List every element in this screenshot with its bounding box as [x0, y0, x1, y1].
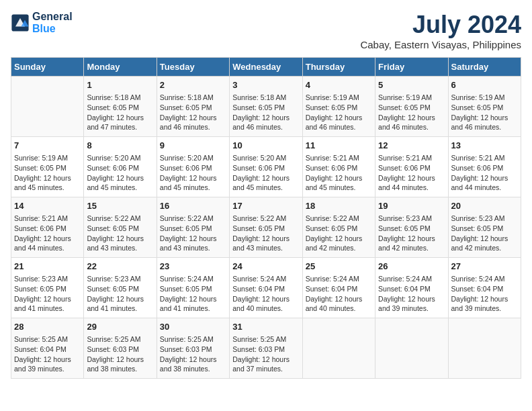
- calendar-cell: 27Sunrise: 5:24 AM Sunset: 6:04 PM Dayli…: [448, 258, 521, 318]
- page-subtitle: Cabay, Eastern Visayas, Philippines: [360, 39, 521, 50]
- day-info: Sunrise: 5:20 AM Sunset: 6:06 PM Dayligh…: [232, 153, 299, 193]
- calendar-cell: 20Sunrise: 5:23 AM Sunset: 6:05 PM Dayli…: [448, 197, 521, 258]
- calendar-cell: 18Sunrise: 5:22 AM Sunset: 6:05 PM Dayli…: [302, 197, 375, 258]
- day-number: 27: [451, 261, 518, 273]
- day-info: Sunrise: 5:20 AM Sunset: 6:06 PM Dayligh…: [160, 153, 226, 193]
- day-number: 1: [87, 79, 153, 91]
- day-number: 2: [160, 79, 226, 91]
- day-number: 20: [451, 200, 518, 212]
- day-info: Sunrise: 5:18 AM Sunset: 6:05 PM Dayligh…: [232, 93, 299, 132]
- calendar-cell: 8Sunrise: 5:20 AM Sunset: 6:06 PM Daylig…: [84, 137, 157, 197]
- logo-name: General Blue: [32, 11, 73, 35]
- header-day-sunday: Sunday: [11, 58, 84, 77]
- calendar-cell: 19Sunrise: 5:23 AM Sunset: 6:05 PM Dayli…: [375, 197, 448, 258]
- calendar-cell: 22Sunrise: 5:23 AM Sunset: 6:05 PM Dayli…: [84, 258, 157, 318]
- logo: General Blue: [11, 11, 73, 35]
- calendar-cell: 23Sunrise: 5:24 AM Sunset: 6:05 PM Dayli…: [157, 258, 229, 318]
- day-number: 13: [451, 140, 518, 152]
- day-info: Sunrise: 5:19 AM Sunset: 6:05 PM Dayligh…: [14, 153, 81, 193]
- day-info: Sunrise: 5:21 AM Sunset: 6:06 PM Dayligh…: [378, 153, 445, 193]
- header-day-saturday: Saturday: [448, 58, 521, 77]
- day-info: Sunrise: 5:24 AM Sunset: 6:05 PM Dayligh…: [160, 274, 226, 314]
- calendar-cell: 28Sunrise: 5:25 AM Sunset: 6:04 PM Dayli…: [11, 318, 84, 379]
- calendar-cell: 5Sunrise: 5:19 AM Sunset: 6:05 PM Daylig…: [375, 77, 448, 137]
- day-number: 9: [160, 140, 226, 152]
- title-block: July 2024 Cabay, Eastern Visayas, Philip…: [360, 11, 521, 50]
- calendar-cell: 29Sunrise: 5:25 AM Sunset: 6:03 PM Dayli…: [84, 318, 157, 379]
- day-info: Sunrise: 5:24 AM Sunset: 6:04 PM Dayligh…: [306, 274, 372, 314]
- day-number: 15: [87, 200, 153, 212]
- day-info: Sunrise: 5:21 AM Sunset: 6:06 PM Dayligh…: [451, 153, 518, 193]
- calendar-cell: 3Sunrise: 5:18 AM Sunset: 6:05 PM Daylig…: [230, 77, 302, 137]
- day-number: 7: [14, 140, 81, 152]
- calendar-week-row: 21Sunrise: 5:23 AM Sunset: 6:05 PM Dayli…: [11, 258, 521, 318]
- day-number: 14: [14, 200, 81, 212]
- day-number: 4: [306, 79, 372, 91]
- calendar-week-row: 7Sunrise: 5:19 AM Sunset: 6:05 PM Daylig…: [11, 137, 521, 197]
- calendar-cell: [11, 77, 84, 137]
- day-info: Sunrise: 5:24 AM Sunset: 6:04 PM Dayligh…: [451, 274, 518, 314]
- calendar-cell: 16Sunrise: 5:22 AM Sunset: 6:05 PM Dayli…: [157, 197, 229, 258]
- day-info: Sunrise: 5:25 AM Sunset: 6:04 PM Dayligh…: [14, 334, 81, 374]
- calendar-cell: 21Sunrise: 5:23 AM Sunset: 6:05 PM Dayli…: [11, 258, 84, 318]
- day-info: Sunrise: 5:25 AM Sunset: 6:03 PM Dayligh…: [87, 334, 153, 374]
- calendar-cell: 12Sunrise: 5:21 AM Sunset: 6:06 PM Dayli…: [375, 137, 448, 197]
- day-info: Sunrise: 5:24 AM Sunset: 6:04 PM Dayligh…: [232, 274, 299, 314]
- day-info: Sunrise: 5:25 AM Sunset: 6:03 PM Dayligh…: [160, 334, 226, 374]
- day-info: Sunrise: 5:20 AM Sunset: 6:06 PM Dayligh…: [87, 153, 153, 193]
- day-info: Sunrise: 5:24 AM Sunset: 6:04 PM Dayligh…: [378, 274, 445, 314]
- calendar-cell: 26Sunrise: 5:24 AM Sunset: 6:04 PM Dayli…: [375, 258, 448, 318]
- calendar-cell: 14Sunrise: 5:21 AM Sunset: 6:06 PM Dayli…: [11, 197, 84, 258]
- day-number: 5: [378, 79, 445, 91]
- day-number: 28: [14, 321, 81, 333]
- day-info: Sunrise: 5:21 AM Sunset: 6:06 PM Dayligh…: [306, 153, 372, 193]
- day-number: 21: [14, 261, 81, 273]
- day-info: Sunrise: 5:21 AM Sunset: 6:06 PM Dayligh…: [14, 214, 81, 253]
- day-number: 11: [306, 140, 372, 152]
- day-number: 6: [451, 79, 518, 91]
- page-title: July 2024: [360, 11, 521, 39]
- day-info: Sunrise: 5:22 AM Sunset: 6:05 PM Dayligh…: [232, 214, 299, 253]
- day-info: Sunrise: 5:19 AM Sunset: 6:05 PM Dayligh…: [451, 93, 518, 132]
- calendar-cell: 31Sunrise: 5:25 AM Sunset: 6:03 PM Dayli…: [230, 318, 302, 379]
- header-day-monday: Monday: [84, 58, 157, 77]
- day-number: 29: [87, 321, 153, 333]
- day-number: 31: [232, 321, 299, 333]
- calendar-cell: 30Sunrise: 5:25 AM Sunset: 6:03 PM Dayli…: [157, 318, 229, 379]
- calendar-cell: 6Sunrise: 5:19 AM Sunset: 6:05 PM Daylig…: [448, 77, 521, 137]
- calendar-cell: [448, 318, 521, 379]
- day-info: Sunrise: 5:23 AM Sunset: 6:05 PM Dayligh…: [378, 214, 445, 253]
- day-info: Sunrise: 5:18 AM Sunset: 6:05 PM Dayligh…: [160, 93, 226, 132]
- calendar-cell: [302, 318, 375, 379]
- header-day-tuesday: Tuesday: [157, 58, 229, 77]
- calendar-cell: 9Sunrise: 5:20 AM Sunset: 6:06 PM Daylig…: [157, 137, 229, 197]
- day-info: Sunrise: 5:23 AM Sunset: 6:05 PM Dayligh…: [451, 214, 518, 253]
- day-number: 24: [232, 261, 299, 273]
- day-number: 12: [378, 140, 445, 152]
- day-number: 19: [378, 200, 445, 212]
- day-info: Sunrise: 5:19 AM Sunset: 6:05 PM Dayligh…: [378, 93, 445, 132]
- calendar-cell: 1Sunrise: 5:18 AM Sunset: 6:05 PM Daylig…: [84, 77, 157, 137]
- day-info: Sunrise: 5:18 AM Sunset: 6:05 PM Dayligh…: [87, 93, 153, 132]
- calendar-week-row: 1Sunrise: 5:18 AM Sunset: 6:05 PM Daylig…: [11, 77, 521, 137]
- calendar-cell: 15Sunrise: 5:22 AM Sunset: 6:05 PM Dayli…: [84, 197, 157, 258]
- calendar-cell: 10Sunrise: 5:20 AM Sunset: 6:06 PM Dayli…: [230, 137, 302, 197]
- calendar-cell: 13Sunrise: 5:21 AM Sunset: 6:06 PM Dayli…: [448, 137, 521, 197]
- day-number: 3: [232, 79, 299, 91]
- calendar-header-row: SundayMondayTuesdayWednesdayThursdayFrid…: [11, 58, 521, 77]
- day-info: Sunrise: 5:22 AM Sunset: 6:05 PM Dayligh…: [87, 214, 153, 253]
- day-number: 16: [160, 200, 226, 212]
- day-info: Sunrise: 5:25 AM Sunset: 6:03 PM Dayligh…: [232, 334, 299, 374]
- calendar-cell: 17Sunrise: 5:22 AM Sunset: 6:05 PM Dayli…: [230, 197, 302, 258]
- calendar-cell: 25Sunrise: 5:24 AM Sunset: 6:04 PM Dayli…: [302, 258, 375, 318]
- calendar-cell: [375, 318, 448, 379]
- day-info: Sunrise: 5:23 AM Sunset: 6:05 PM Dayligh…: [87, 274, 153, 314]
- calendar-cell: 11Sunrise: 5:21 AM Sunset: 6:06 PM Dayli…: [302, 137, 375, 197]
- day-number: 18: [306, 200, 372, 212]
- logo-icon: [11, 13, 30, 32]
- calendar-week-row: 28Sunrise: 5:25 AM Sunset: 6:04 PM Dayli…: [11, 318, 521, 379]
- day-number: 23: [160, 261, 226, 273]
- day-number: 25: [306, 261, 372, 273]
- day-info: Sunrise: 5:22 AM Sunset: 6:05 PM Dayligh…: [160, 214, 226, 253]
- calendar-cell: 24Sunrise: 5:24 AM Sunset: 6:04 PM Dayli…: [230, 258, 302, 318]
